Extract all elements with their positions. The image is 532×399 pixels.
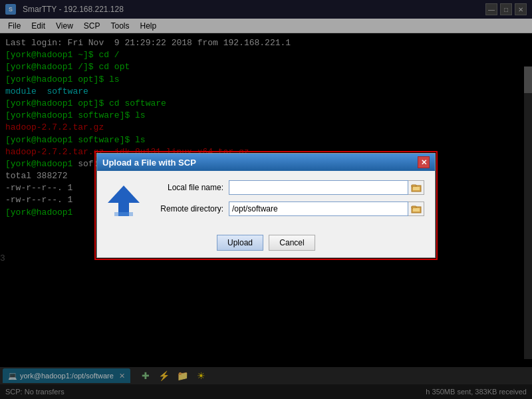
remote-dir-browse-button[interactable] — [408, 201, 424, 216]
svg-rect-8 — [413, 208, 420, 211]
dialog-close-button[interactable]: ✕ — [418, 156, 430, 168]
svg-rect-2 — [114, 212, 133, 216]
upload-dialog: Upload a File with SCP ✕ Local file name… — [96, 153, 436, 258]
local-file-row: Local file name: — [149, 180, 424, 195]
dialog-title: Upload a File with SCP — [102, 158, 196, 168]
svg-marker-1 — [108, 186, 140, 203]
svg-rect-4 — [412, 185, 416, 187]
svg-rect-5 — [413, 187, 420, 190]
local-file-input[interactable] — [229, 180, 408, 195]
dialog-buttons: Upload Cancel — [97, 232, 435, 257]
remote-dir-input[interactable] — [229, 201, 408, 216]
dialog-icon — [108, 180, 141, 223]
local-file-browse-button[interactable] — [408, 180, 424, 195]
svg-rect-7 — [412, 206, 416, 208]
upload-button[interactable]: Upload — [217, 235, 263, 251]
dialog-content: Local file name: Remote directory: — [149, 180, 424, 223]
dialog-titlebar: Upload a File with SCP ✕ — [97, 154, 435, 171]
local-file-label: Local file name: — [149, 183, 229, 192]
remote-dir-row: Remote directory: — [149, 201, 424, 216]
cancel-button[interactable]: Cancel — [269, 235, 315, 251]
remote-dir-label: Remote directory: — [149, 204, 229, 213]
upload-arrow-icon — [108, 183, 140, 223]
dialog-body: Local file name: Remote directory: — [97, 171, 435, 232]
